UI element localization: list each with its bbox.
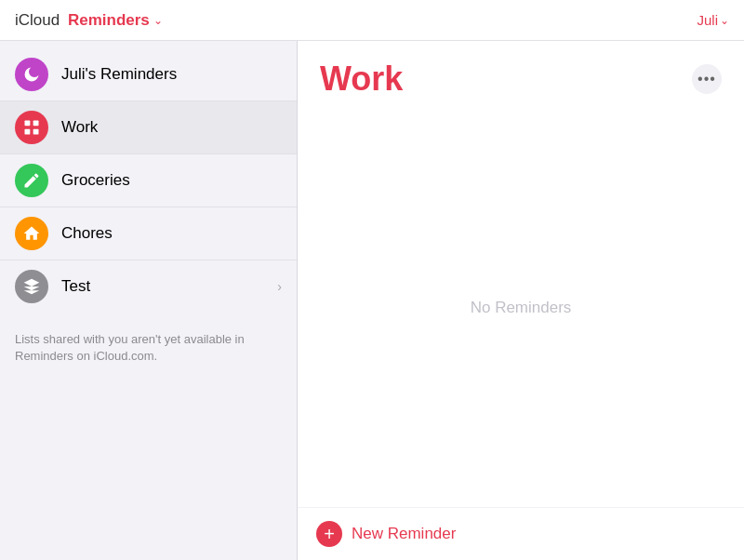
sidebar-item-groceries[interactable]: Groceries — [0, 154, 297, 207]
sidebar-item-work[interactable]: Work — [0, 101, 297, 154]
groceries-label: Groceries — [61, 171, 282, 190]
header-chevron-icon[interactable]: ⌄ — [153, 14, 163, 27]
header-brand[interactable]: iCloud Reminders ⌄ — [15, 11, 163, 30]
sidebar: Juli's Reminders Work — [0, 41, 298, 560]
main-layout: Juli's Reminders Work — [0, 41, 744, 560]
icloud-label: iCloud — [15, 11, 60, 30]
shared-lists-note: Lists shared with you aren't yet availab… — [0, 320, 297, 376]
sidebar-item-test[interactable]: Test › — [0, 260, 297, 313]
groceries-icon — [15, 164, 48, 197]
sidebar-item-chores[interactable]: Chores — [0, 207, 297, 260]
julis-reminders-label: Juli's Reminders — [61, 65, 282, 84]
user-name: Juli — [697, 12, 718, 28]
reminders-label: Reminders — [68, 11, 150, 30]
user-menu[interactable]: Juli ⌄ — [697, 12, 729, 28]
no-reminders-text: No Reminders — [471, 299, 572, 317]
svg-rect-0 — [25, 121, 31, 127]
empty-state: No Reminders — [298, 108, 744, 507]
new-reminder-label: New Reminder — [352, 525, 456, 543]
chores-label: Chores — [61, 224, 282, 243]
test-icon — [15, 270, 48, 303]
work-label: Work — [61, 118, 282, 137]
test-label: Test — [61, 277, 264, 296]
content-header: Work ••• — [298, 41, 744, 108]
julis-reminders-icon — [15, 58, 48, 91]
plus-symbol: + — [324, 525, 335, 543]
svg-rect-2 — [25, 129, 31, 135]
new-reminder-plus-icon: + — [316, 521, 342, 547]
user-chevron-icon: ⌄ — [720, 14, 729, 27]
work-icon — [15, 111, 48, 144]
sidebar-item-julis-reminders[interactable]: Juli's Reminders — [0, 48, 297, 101]
app-header: iCloud Reminders ⌄ Juli ⌄ — [0, 0, 744, 41]
sidebar-list: Juli's Reminders Work — [0, 41, 297, 320]
svg-rect-3 — [33, 129, 39, 135]
list-title: Work — [320, 60, 403, 99]
new-reminder-button[interactable]: + New Reminder — [298, 507, 744, 560]
list-menu-button[interactable]: ••• — [692, 64, 722, 94]
chores-icon — [15, 217, 48, 250]
svg-rect-1 — [33, 121, 39, 127]
test-chevron-icon: › — [277, 279, 282, 294]
content-area: Work ••• No Reminders + New Reminder — [298, 41, 744, 560]
